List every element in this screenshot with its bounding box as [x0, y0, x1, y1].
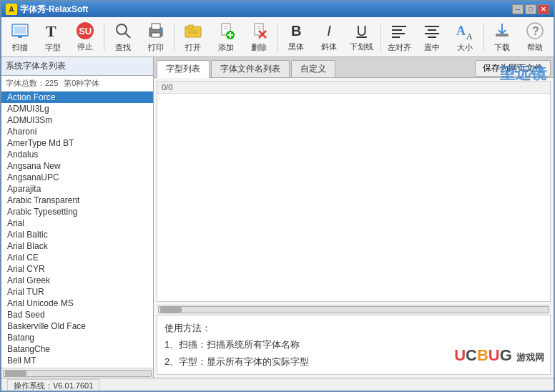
font-list-item[interactable]: Aharoni: [1, 126, 153, 137]
italic-button[interactable]: I 斜体: [313, 20, 345, 54]
status-os: 操作系统：V6.01.7601: [7, 379, 99, 392]
bottom-hscroll[interactable]: [157, 305, 551, 315]
bottom-hscrollbar-thumb[interactable]: [160, 307, 182, 313]
font-list-item[interactable]: Bad Seed: [1, 309, 153, 320]
scan-label: 扫描: [12, 42, 28, 53]
current-font: 第0种字体: [64, 78, 99, 89]
font-list-item[interactable]: Angsana New: [1, 160, 153, 172]
font-list-item[interactable]: Aparajita: [1, 183, 153, 195]
font-list-item[interactable]: Arial Black: [1, 240, 153, 252]
stop-icon: SU: [75, 22, 95, 40]
status-bar: 操作系统：V6.01.7601: [1, 378, 554, 392]
font-list-item[interactable]: BatangChe: [1, 343, 153, 355]
underline-button[interactable]: U 下划线: [346, 20, 378, 54]
print-button[interactable]: 打印: [140, 20, 172, 54]
close-button[interactable]: ✕: [538, 4, 549, 14]
ucbug-logo: UCBUG 游戏网: [454, 341, 544, 370]
font-list-item[interactable]: Andalus: [1, 149, 153, 160]
open-icon: [183, 21, 203, 41]
left-align-button[interactable]: 左对齐: [384, 20, 416, 54]
svg-text:A: A: [466, 31, 473, 41]
add-icon: [216, 21, 236, 41]
font-list-item[interactable]: Arial Baltic: [1, 229, 153, 240]
toolbar: 扫描 T 字型 SU 停止 查找: [1, 17, 554, 57]
font-list-item[interactable]: ADMUI3Sm: [1, 114, 153, 126]
font-counts: 字体总数：225 第0种字体: [1, 76, 153, 92]
separator-1: [104, 23, 104, 52]
font-list-item[interactable]: Arial CYR: [1, 263, 153, 275]
bold-button[interactable]: B 黑体: [280, 20, 312, 54]
font-list-item[interactable]: Arabic Transparent: [1, 195, 153, 206]
download-label: 下载: [494, 42, 510, 53]
font-list-item[interactable]: AngsanaUPC: [1, 172, 153, 183]
svg-rect-8: [152, 24, 160, 29]
download-button[interactable]: 下载: [487, 20, 519, 54]
left-hscroll[interactable]: [1, 368, 153, 378]
tab-font-list[interactable]: 字型列表: [157, 60, 210, 78]
font-list-item[interactable]: Bell MT: [1, 355, 153, 366]
font-list[interactable]: Action ForceADMUI3LgADMUI3SmAharoniAmerT…: [1, 92, 153, 368]
delete-label: 删除: [251, 42, 267, 53]
underline-icon: U: [352, 22, 372, 40]
svg-point-10: [159, 29, 162, 31]
add-button[interactable]: 添加: [210, 20, 242, 54]
svg-text:T: T: [46, 22, 57, 40]
left-align-icon: [389, 21, 409, 41]
tab-custom[interactable]: 自定义: [291, 60, 335, 77]
help-icon: ?: [525, 21, 545, 41]
left-hscrollbar-track[interactable]: [3, 370, 152, 377]
title-buttons: ─ □ ✕: [512, 4, 549, 14]
find-button[interactable]: 查找: [107, 20, 139, 54]
italic-icon: I: [319, 22, 339, 40]
font-list-item[interactable]: Baskerville Old Face: [1, 320, 153, 332]
title-bar: A 字体秀-RelaxSoft ─ □ ✕: [1, 1, 554, 17]
svg-rect-3: [18, 36, 22, 38]
italic-label: 斜体: [321, 41, 337, 52]
svg-line-6: [125, 33, 130, 38]
total-label: 字体总数：225: [6, 78, 58, 89]
size-icon: A A: [455, 21, 475, 41]
font-list-item[interactable]: AmerType Md BT: [1, 137, 153, 149]
center-button[interactable]: 置中: [416, 20, 448, 54]
find-icon: [113, 21, 133, 41]
bottom-hscrollbar-track[interactable]: [158, 306, 549, 313]
left-align-label: 左对齐: [388, 42, 411, 53]
usage-area: 使用方法： 1、扫描：扫描系统所有字体名称 2、字型：显示所有字体的实际字型 U…: [157, 315, 551, 375]
minimize-button[interactable]: ─: [512, 4, 524, 14]
usage-title: 使用方法：: [164, 320, 543, 336]
right-panel: 字型列表 字体文件名列表 自定义 保存为网页文件 望远镜 0/0 使用方法： 1…: [154, 57, 554, 378]
main-area: 系统字体名列表 字体总数：225 第0种字体 Action ForceADMUI…: [1, 57, 554, 378]
size-button[interactable]: A A 大小: [449, 20, 481, 54]
font-list-item[interactable]: Batang: [1, 332, 153, 343]
font-list-item[interactable]: Arial CE: [1, 252, 153, 263]
find-label: 查找: [115, 42, 131, 53]
maximize-button[interactable]: □: [525, 4, 536, 14]
font-list-item[interactable]: Action Force: [1, 92, 153, 103]
font-list-item[interactable]: Arial Unicode MS: [1, 298, 153, 309]
size-label: 大小: [457, 42, 473, 53]
delete-button[interactable]: 删除: [243, 20, 275, 54]
left-panel-header: 系统字体名列表: [1, 57, 153, 76]
font-list-item[interactable]: Arial Greek: [1, 275, 153, 286]
font-list-item[interactable]: Arabic Typesetting: [1, 206, 153, 217]
tab-font-filename[interactable]: 字体文件名列表: [211, 60, 290, 77]
underline-label: 下划线: [350, 41, 373, 52]
help-label: 帮助: [527, 42, 543, 53]
open-button[interactable]: 打开: [177, 20, 209, 54]
delete-icon: [249, 21, 269, 41]
scan-button[interactable]: 扫描: [4, 20, 36, 54]
stop-button[interactable]: SU 停止: [69, 20, 101, 54]
font-button[interactable]: T 字型: [37, 20, 69, 54]
font-list-item[interactable]: ADMUI3Lg: [1, 103, 153, 114]
content-area: 0/0: [157, 81, 551, 302]
font-icon: T: [43, 21, 63, 41]
font-list-item[interactable]: Arial TUR: [1, 286, 153, 298]
separator-5: [483, 23, 484, 52]
separator-3: [277, 23, 278, 52]
bold-icon: B: [286, 22, 306, 40]
font-list-item[interactable]: Arial: [1, 217, 153, 229]
center-label: 置中: [424, 42, 440, 53]
left-hscrollbar-thumb[interactable]: [5, 371, 26, 376]
help-button[interactable]: ? 帮助: [519, 20, 551, 54]
svg-point-5: [117, 24, 127, 34]
